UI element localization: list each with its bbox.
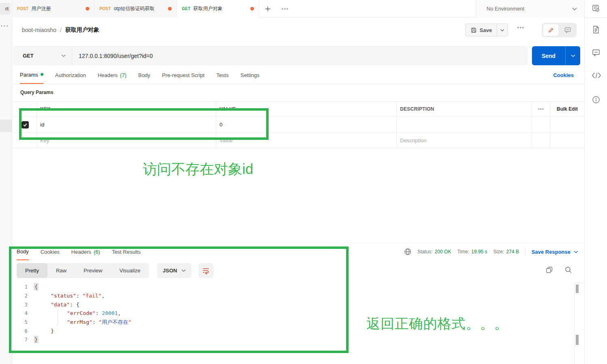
annotation-note-params: 访问不存在对象id: [143, 160, 253, 179]
scrollbar-thumb[interactable]: [576, 335, 579, 345]
tab-tests-label: Tests: [216, 72, 228, 78]
search-response-icon[interactable]: [564, 266, 573, 274]
code-snippet-icon[interactable]: [592, 72, 601, 79]
tab-body-label: Body: [138, 72, 151, 78]
cookies-link[interactable]: Cookies: [553, 66, 574, 84]
tab-title: 用户注册: [31, 5, 51, 12]
param-spacer-cell: [550, 117, 584, 133]
tab-body[interactable]: Body: [138, 66, 151, 84]
postman-app: rt POST 用户注册 POST otp短信验证码获取 GET 获取用户对象: [0, 0, 607, 364]
send-dropdown-button[interactable]: [565, 46, 580, 65]
param-actions-cell: [532, 117, 550, 133]
edit-mode-button[interactable]: [543, 24, 558, 36]
comments-icon[interactable]: [592, 49, 601, 57]
status-value[interactable]: 200 OK: [435, 249, 451, 255]
environment-selector[interactable]: No Environment: [476, 0, 584, 17]
url-input-group: GET 127.0.0.1:8090/user/get?id=0: [13, 46, 527, 65]
import-button-partial[interactable]: rt: [0, 3, 11, 15]
chevron-down-icon: [61, 54, 66, 57]
url-input[interactable]: 127.0.0.1:8090/user/get?id=0: [72, 47, 153, 65]
breadcrumb: boot-miaosho / 获取用户对象: [22, 17, 99, 43]
ghost-actions-cell: [532, 133, 550, 148]
unsaved-dot-icon: [250, 7, 254, 11]
tab-params[interactable]: Params: [20, 66, 43, 84]
params-active-dot-icon: [41, 73, 43, 76]
tab-title: 获取用户对象: [193, 5, 222, 12]
tab-headers[interactable]: Headers (7): [98, 66, 127, 84]
save-button[interactable]: Save: [466, 24, 497, 36]
send-button-group: Send: [532, 46, 580, 65]
params-more-icon[interactable]: [532, 102, 550, 116]
save-response-button[interactable]: Save Response: [532, 249, 578, 255]
comment-mode-button[interactable]: [560, 24, 575, 36]
breadcrumb-separator: /: [60, 27, 62, 33]
col-description-header: DESCRIPTION: [396, 102, 532, 116]
size-value[interactable]: 274 B: [506, 249, 519, 255]
tab-headers-label: Headers: [98, 72, 118, 78]
bulk-edit-button[interactable]: Bulk Edit: [550, 102, 584, 116]
ghost-spacer-cell: [550, 133, 584, 148]
tab-params-label: Params: [20, 72, 38, 78]
globe-icon[interactable]: [404, 248, 411, 255]
breadcrumb-collection[interactable]: boot-miaosho: [22, 27, 56, 33]
breadcrumb-request-title: 获取用户对象: [65, 26, 99, 34]
annotation-note-response: 返回正确的格式。。。: [366, 315, 508, 333]
tab-pre-request-script[interactable]: Pre-request Script: [162, 66, 204, 84]
method-selector[interactable]: GET: [14, 47, 72, 65]
time-value[interactable]: 19.95 s: [471, 249, 487, 255]
tab-settings[interactable]: Settings: [240, 66, 259, 84]
request-tabs: Params Authorization Headers (7) Body Pr…: [12, 66, 584, 84]
tab-title: otp短信验证码获取: [114, 5, 155, 12]
tab-settings-label: Settings: [240, 72, 259, 78]
rail-selected-row: [0, 120, 12, 132]
size-label: Size:: [493, 249, 504, 255]
documentation-icon[interactable]: [592, 25, 601, 34]
tab-authorization-label: Authorization: [55, 72, 86, 78]
save-label: Save: [480, 27, 492, 33]
param-description-input[interactable]: [396, 117, 532, 133]
ghost-description-placeholder[interactable]: Description: [396, 133, 532, 148]
status-label: Status:: [418, 249, 433, 255]
new-tab-button[interactable]: [259, 0, 276, 17]
tab-pre-request-label: Pre-request Script: [162, 72, 204, 78]
url-bar-row: GET 127.0.0.1:8090/user/get?id=0 Send: [12, 45, 584, 66]
chevron-down-icon: [572, 7, 577, 11]
method-label: POST: [17, 6, 28, 11]
tab-options-icon[interactable]: [276, 0, 293, 17]
annotation-box-response: [9, 246, 349, 353]
open-request-tab-1[interactable]: POST 用户注册: [12, 0, 95, 17]
unsaved-dot-icon: [168, 7, 172, 11]
info-icon[interactable]: [592, 95, 601, 104]
right-sidebar: [584, 0, 607, 364]
response-meta: Status:200 OK Time:19.95 s Size:274 B Sa…: [404, 243, 578, 260]
environment-name: No Environment: [486, 6, 524, 12]
rail-more-icon[interactable]: [1, 25, 8, 27]
scroll-track: [574, 283, 575, 364]
method-label: POST: [99, 6, 111, 11]
selected-method: GET: [23, 53, 34, 59]
request-more-actions-icon[interactable]: [517, 27, 524, 28]
save-dropdown-button[interactable]: [497, 24, 508, 36]
method-label: GET: [182, 6, 190, 11]
headers-count: (7): [120, 72, 127, 78]
save-button-group: Save: [465, 24, 508, 36]
environment-quick-look-icon[interactable]: [592, 4, 601, 13]
tab-tests[interactable]: Tests: [216, 66, 228, 84]
open-request-tab-3-active[interactable]: GET 获取用户对象: [177, 0, 259, 17]
save-response-label: Save Response: [532, 249, 570, 255]
scrollbar-thumb[interactable]: [576, 285, 579, 293]
sidebar-divider: [585, 17, 607, 18]
copy-response-icon[interactable]: [545, 266, 553, 274]
unsaved-dot-icon: [86, 7, 89, 11]
meta-divider: [525, 248, 525, 255]
edit-comment-toggle: [542, 23, 577, 37]
request-header: boot-miaosho / 获取用户对象 Save: [12, 17, 584, 43]
open-request-tab-2[interactable]: POST otp短信验证码获取: [95, 0, 177, 17]
tab-authorization[interactable]: Authorization: [55, 66, 86, 84]
time-label: Time:: [457, 249, 469, 255]
scroll-track-top: [574, 283, 584, 283]
send-button[interactable]: Send: [532, 46, 565, 65]
query-params-title: Query Params: [20, 90, 53, 95]
request-tab-bar: POST 用户注册 POST otp短信验证码获取 GET 获取用户对象: [12, 0, 584, 17]
annotation-box-params: [19, 108, 269, 140]
